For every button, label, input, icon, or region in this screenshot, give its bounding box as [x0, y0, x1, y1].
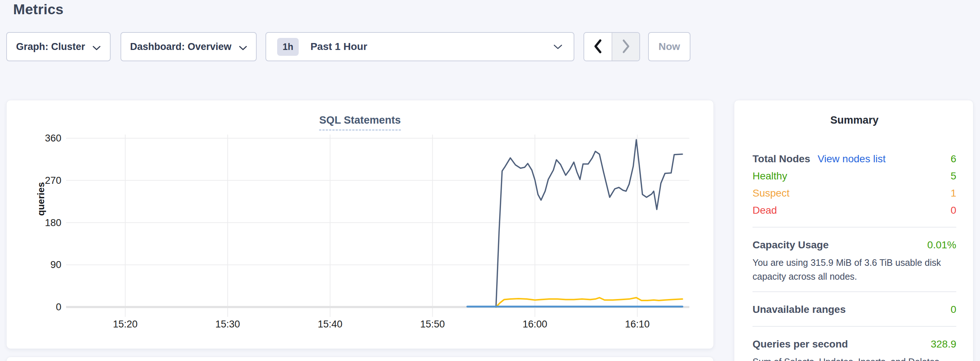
dead-value: 0 [950, 204, 956, 216]
svg-text:0: 0 [56, 302, 61, 312]
svg-text:90: 90 [50, 259, 61, 270]
svg-text:15:20: 15:20 [113, 319, 138, 329]
divider [752, 291, 956, 292]
controls-bar: Graph: Cluster Dashboard: Overview 1h Pa… [6, 32, 690, 61]
capacity-usage-row: Capacity Usage 0.01% [752, 236, 956, 253]
dashboard-dropdown-label: Dashboard: Overview [130, 41, 231, 52]
capacity-usage-value: 0.01% [928, 239, 956, 251]
suspect-label: Suspect [752, 187, 789, 199]
svg-text:15:50: 15:50 [420, 319, 445, 329]
chevron-down-icon [239, 42, 247, 53]
time-range-picker[interactable]: 1h Past 1 Hour [266, 32, 574, 61]
healthy-value: 5 [950, 170, 956, 182]
chevron-right-icon [621, 39, 631, 55]
unavailable-ranges-row: Unavailable ranges 0 [752, 301, 956, 318]
prev-range-button[interactable] [584, 33, 612, 60]
metrics-page: Metrics Graph: Cluster Dashboard: Overvi… [0, 0, 980, 361]
queries-per-second-description: Sum of Selects, Updates, Inserts, and De… [752, 355, 956, 361]
next-chart-panel [6, 356, 714, 361]
time-range-label: Past 1 Hour [310, 41, 368, 52]
view-nodes-list-link[interactable]: View nodes list [818, 153, 885, 165]
healthy-label: Healthy [752, 170, 787, 182]
divider [752, 227, 956, 228]
total-nodes-value: 6 [950, 153, 956, 165]
chevron-down-icon [92, 42, 101, 53]
node-status-list: Total Nodes View nodes list 6 Healthy 5 … [752, 150, 956, 219]
time-range-badge: 1h [277, 38, 299, 56]
svg-text:16:10: 16:10 [625, 319, 650, 329]
queries-per-second-row: Queries per second 328.9 [752, 336, 956, 353]
suspect-value: 1 [950, 187, 956, 199]
page-title: Metrics [13, 2, 64, 17]
summary-panel: Summary Total Nodes View nodes list 6 He… [734, 100, 974, 361]
unavailable-ranges-value: 0 [950, 304, 956, 315]
queries-per-second-label: Queries per second [752, 339, 848, 350]
healthy-nodes-row: Healthy 5 [752, 167, 956, 185]
svg-text:15:40: 15:40 [318, 319, 342, 329]
unavailable-ranges-label: Unavailable ranges [752, 304, 846, 315]
queries-per-second-value: 328.9 [931, 339, 956, 350]
chevron-down-icon [553, 44, 563, 51]
summary-title: Summary [752, 100, 956, 126]
dead-nodes-row: Dead 0 [752, 202, 956, 219]
next-range-button[interactable] [612, 33, 640, 60]
total-nodes-row: Total Nodes View nodes list 6 [752, 150, 956, 167]
graph-dropdown-label: Graph: Cluster [16, 41, 85, 52]
svg-text:360: 360 [45, 133, 61, 144]
now-button[interactable]: Now [648, 32, 690, 61]
sql-statements-chart[interactable]: 15:2015:3015:4015:5016:0016:100901802703… [6, 124, 714, 343]
chevron-left-icon [593, 39, 603, 55]
suspect-nodes-row: Suspect 1 [752, 185, 956, 202]
svg-text:15:30: 15:30 [215, 319, 240, 329]
dead-label: Dead [752, 204, 777, 216]
capacity-usage-label: Capacity Usage [752, 239, 829, 251]
graph-dropdown[interactable]: Graph: Cluster [6, 32, 111, 61]
sql-statements-panel: SQL Statements queries 15:2015:3015:4015… [6, 100, 714, 349]
dashboard-dropdown[interactable]: Dashboard: Overview [121, 32, 257, 61]
total-nodes-label: Total Nodes [752, 153, 810, 165]
capacity-usage-description: You are using 315.9 MiB of 3.6 TiB usabl… [752, 256, 956, 283]
svg-text:270: 270 [45, 175, 61, 186]
time-range-nav [584, 32, 640, 61]
divider [752, 326, 956, 327]
svg-text:16:00: 16:00 [522, 319, 547, 329]
svg-text:180: 180 [45, 217, 61, 228]
